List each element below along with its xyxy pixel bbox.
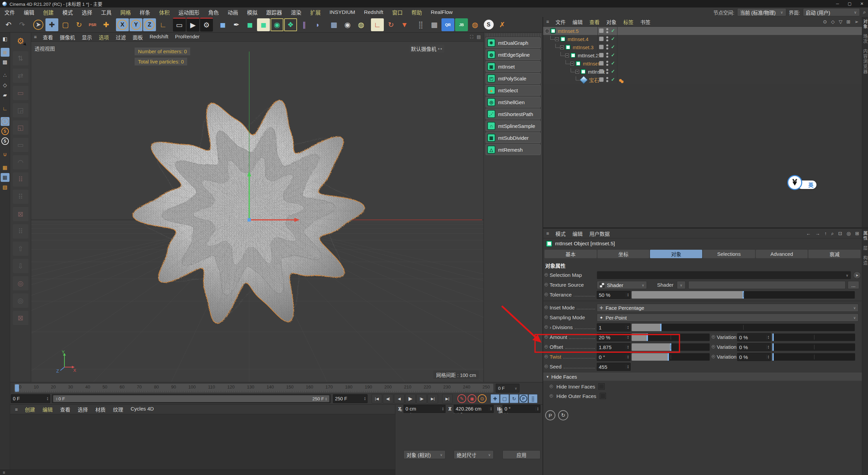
toolbar-button[interactable]: ❖ [284, 18, 297, 31]
enabled-checkmark[interactable]: ✓ [611, 60, 615, 66]
transport-button[interactable]: |◀ [372, 394, 382, 403]
size-mode-dropdown[interactable]: 绝对尺寸∨ [454, 450, 494, 459]
attribute-tab[interactable]: 衰减 [808, 250, 861, 258]
expander-icon[interactable] [555, 37, 559, 41]
mode-toolbar-button[interactable]: ∪ [1, 150, 9, 159]
menu-item[interactable]: 样条 [135, 7, 155, 17]
object-tree-row[interactable]: 宝石 ✓ [543, 76, 862, 84]
attribute-toolbar-icon[interactable]: ⌕ [831, 231, 834, 236]
object-picker-button[interactable]: ➤ [853, 271, 861, 279]
palette-item[interactable]: ▣ mtInset [486, 61, 541, 72]
viewport-menu-item[interactable]: 面板 [129, 34, 146, 41]
visibility-dots[interactable] [606, 61, 608, 66]
record-channel-toggle[interactable]: ⣿ [529, 394, 537, 403]
palette-item[interactable]: ◍ mtEdgeSpline [486, 49, 541, 60]
search-icon[interactable]: ⌕ [863, 9, 866, 15]
toolbar-button[interactable]: ⚙ [200, 18, 213, 32]
offset-field[interactable]: 1.875▴▾ [597, 343, 631, 351]
amount-slider[interactable] [632, 334, 710, 341]
layer-color-chip[interactable] [599, 45, 604, 49]
toolbar-button[interactable]: S [482, 18, 495, 31]
mode-toolbar-button[interactable]: ▦ [1, 173, 9, 182]
minimize-button[interactable]: ─ [831, 0, 844, 7]
animation-dot[interactable] [712, 335, 715, 339]
expander-icon[interactable] [545, 29, 549, 33]
shader-link-field[interactable] [688, 281, 846, 289]
coordinate-mode-dropdown[interactable]: 对象 (相对)∨ [403, 450, 446, 459]
divisions-field[interactable]: 1▴▾ [597, 323, 631, 331]
offset-slider[interactable] [632, 343, 710, 351]
visibility-dots[interactable] [606, 28, 608, 33]
toolbar-button[interactable]: ∟ [157, 18, 170, 31]
refresh-circle-button[interactable]: ↻ [558, 410, 568, 420]
layer-color-chip[interactable] [599, 37, 604, 41]
menu-item[interactable]: Redshift [360, 7, 388, 17]
object-manager-menu-item[interactable]: 编辑 [569, 18, 586, 25]
checkbox[interactable] [600, 393, 606, 399]
animation-dot[interactable] [712, 355, 715, 358]
menu-item[interactable]: INSYDIUM [325, 7, 360, 17]
toolbar-button[interactable]: ↷ [16, 18, 28, 31]
expander-icon[interactable] [560, 45, 564, 49]
record-button[interactable]: ◉ [468, 394, 476, 403]
record-channel-toggle[interactable]: ↻ [510, 394, 518, 403]
attribute-toolbar-icon[interactable]: ⊞ [855, 231, 859, 236]
material-menu-item[interactable]: 创建 [21, 406, 39, 413]
visibility-dots[interactable] [606, 44, 608, 50]
viewport-menu-item[interactable]: 查看 [39, 34, 56, 41]
palette-item[interactable]: ❋ mtDualGraph [486, 37, 541, 48]
phong-tag-icon[interactable] [619, 77, 624, 83]
menu-item[interactable]: 选择 [77, 7, 97, 17]
object-manager-toolbar-icon[interactable]: ➢ [854, 19, 859, 24]
layer-color-chip[interactable] [599, 69, 604, 74]
animation-dot[interactable] [545, 293, 548, 296]
visibility-dots[interactable] [606, 36, 608, 41]
sampling-mode-dropdown[interactable]: ✦ Per-Point∨ [597, 314, 859, 322]
amount-variation-slider[interactable] [773, 334, 855, 341]
toolbar-button[interactable]: ▦ [328, 18, 340, 31]
toolbar-button[interactable]: PSR [86, 18, 99, 31]
animation-dot[interactable] [545, 273, 548, 277]
viewport-menu-item[interactable]: 显示 [78, 34, 95, 41]
toolbar-button[interactable]: ▼ [398, 18, 411, 31]
record-channel-toggle[interactable]: ✚ [491, 394, 499, 403]
animation-dot[interactable] [545, 316, 548, 319]
close-button[interactable]: ✕ [856, 0, 868, 7]
current-frame-mini-field[interactable]: 0 F∨ [496, 384, 519, 393]
toolbar-button[interactable]: ◉ [341, 18, 354, 31]
animation-dot[interactable] [545, 325, 548, 329]
shader-dropdown-button[interactable]: ∨ [677, 281, 686, 289]
menu-icon[interactable]: ≡ [543, 231, 552, 236]
enabled-checkmark[interactable]: ✓ [611, 44, 615, 50]
side-tab[interactable]: 层 [862, 246, 868, 251]
toolbar-button[interactable]: ◗ [311, 18, 324, 31]
menu-icon[interactable]: ≡ [0, 470, 5, 475]
layer-color-chip[interactable] [599, 77, 604, 82]
object-manager-menu-item[interactable]: 查看 [586, 18, 603, 25]
toolbar-button[interactable]: ↻ [73, 18, 85, 31]
palette-item[interactable]: ⋰ mtShortestPath [486, 109, 541, 119]
animation-dot[interactable] [545, 335, 548, 339]
offset-variation-slider[interactable] [773, 343, 855, 351]
palette-item[interactable]: ∩ mtSplineSample [486, 120, 541, 131]
object-manager-toolbar-icon[interactable]: ▽ [839, 19, 843, 24]
toolbar-button[interactable]: X [116, 18, 129, 31]
palette-item[interactable]: △ mtRemesh [486, 144, 541, 155]
mode-toolbar-button[interactable]: ▦ [1, 163, 9, 172]
layer-color-chip[interactable] [599, 61, 604, 65]
checkbox[interactable] [598, 383, 605, 390]
mode-toolbar-button[interactable]: S [1, 137, 9, 146]
mode-toolbar-button[interactable]: ∴ [1, 71, 9, 80]
attribute-menu-item[interactable]: 用户数据 [586, 230, 613, 237]
viewport-menu-item[interactable]: 过滤 [112, 34, 129, 41]
attribute-toolbar-icon[interactable]: ← [806, 231, 811, 236]
animation-dot[interactable] [545, 283, 548, 286]
side-tab[interactable]: 内容浏览器 [862, 49, 868, 74]
amount-field[interactable]: 20 %▴▾ [597, 333, 631, 341]
timeline-ruler[interactable]: 0102030405060708090100110120130140150160… [14, 384, 493, 393]
attribute-menu-item[interactable]: 模式 [552, 230, 569, 237]
mode-toolbar-button[interactable]: ▰ [1, 91, 9, 99]
toolbar-button[interactable]: ∟ [371, 18, 384, 31]
record-button[interactable]: ✎ [457, 394, 466, 403]
mode-toolbar-button[interactable]: ▩ [1, 58, 9, 66]
